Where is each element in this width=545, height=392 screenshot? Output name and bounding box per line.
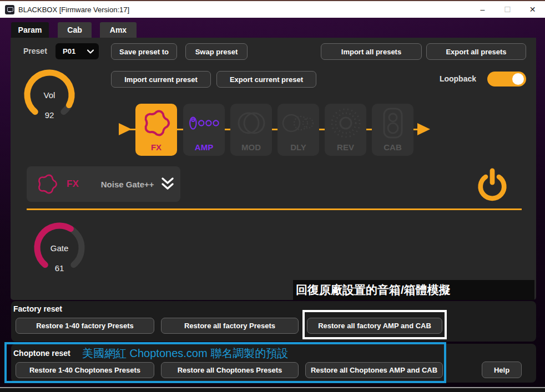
mod-circles-icon — [235, 104, 268, 142]
reverb-rings-icon — [330, 104, 362, 142]
gate-knob[interactable]: Gate 61 — [32, 220, 87, 276]
chain-block-amp[interactable]: AMP — [183, 104, 225, 156]
factory-reset-title: Factory reset — [13, 304, 62, 313]
preset-select[interactable]: P01 — [55, 43, 99, 59]
app-icon — [5, 5, 14, 14]
app-window: BLACKBOX [Firmware Version:17] – ☐ ✕ Par… — [0, 0, 545, 392]
white-highlight-box — [302, 310, 447, 339]
double-chevron-down-icon[interactable] — [161, 177, 174, 191]
restore-140-factory-presets-button[interactable]: Restore 1-40 factory Presets — [16, 318, 154, 334]
cabinet-speaker-icon — [380, 104, 406, 142]
chevron-down-icon — [87, 49, 94, 54]
gate-knob-value: 61 — [32, 263, 87, 273]
delay-echo-icon — [282, 104, 315, 142]
swap-preset-button[interactable]: Swap preset — [185, 43, 248, 60]
export-all-presets-button[interactable]: Export all presets — [426, 43, 526, 60]
vol-knob-value: 92 — [22, 110, 77, 120]
close-button[interactable]: ✕ — [520, 1, 545, 18]
loopback-toggle[interactable] — [487, 72, 526, 86]
tab-amx[interactable]: Amx — [100, 22, 137, 38]
chain-block-dly[interactable]: DLY — [277, 104, 319, 156]
amp-cab-annotation: 回復原廠設置的音箱/箱體模擬 — [293, 280, 534, 300]
chain-block-rev[interactable]: REV — [325, 104, 366, 156]
chain-input-arrow-icon — [119, 123, 132, 135]
chain-output-arrow-icon — [417, 123, 430, 135]
save-preset-to-button[interactable]: Save preset to — [111, 43, 177, 60]
restore-all-factory-presets-button[interactable]: Restore all factory Presets — [161, 318, 299, 334]
toggle-thumb — [512, 73, 524, 85]
tab-param[interactable]: Param — [11, 22, 49, 38]
fx-power-button[interactable] — [476, 167, 508, 202]
section-divider — [27, 208, 522, 210]
gate-knob-label: Gate — [32, 243, 87, 253]
window-title: BLACKBOX [Firmware Version:17] — [18, 6, 129, 14]
preset-label: Preset — [23, 47, 47, 55]
vol-knob[interactable]: Vol 92 — [22, 67, 77, 123]
fx-gear-icon — [34, 171, 60, 197]
fx-gear-icon — [140, 104, 173, 142]
selected-effect-name: Noise Gate++ — [101, 180, 154, 189]
import-current-preset-button[interactable]: Import current preset — [111, 71, 211, 88]
tab-cab[interactable]: Cab — [58, 22, 92, 38]
title-bar: BLACKBOX [Firmware Version:17] – ☐ ✕ — [0, 1, 545, 18]
chain-block-mod[interactable]: MOD — [230, 104, 272, 156]
import-all-presets-button[interactable]: Import all presets — [321, 43, 422, 60]
fx-effect-selector[interactable]: FX Noise Gate++ — [27, 166, 180, 202]
loopback-label: Loopback — [432, 74, 476, 83]
chain-block-cab[interactable]: CAB — [372, 104, 413, 156]
export-current-preset-button[interactable]: Export current preset — [216, 71, 316, 88]
preset-value: P01 — [63, 47, 87, 55]
help-button[interactable]: Help — [482, 362, 522, 378]
fx-panel-label: FX — [67, 179, 79, 190]
chain-block-fx[interactable]: FX — [135, 104, 177, 156]
vol-knob-label: Vol — [22, 90, 77, 100]
amp-tubes-icon — [189, 104, 220, 142]
minimize-button[interactable]: – — [470, 1, 495, 18]
window-bottom-fill — [0, 388, 545, 392]
blue-highlight-box — [4, 342, 446, 383]
maximize-button[interactable]: ☐ — [495, 1, 520, 18]
